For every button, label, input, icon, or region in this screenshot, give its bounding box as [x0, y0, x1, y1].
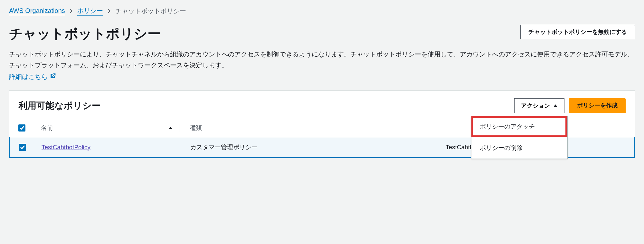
column-header-type[interactable]: 種類 [179, 124, 315, 132]
row-select-cell [19, 144, 42, 151]
dropdown-attach-policy[interactable]: ポリシーのアタッチ [471, 116, 567, 137]
learn-more-label: 詳細はこちら [9, 73, 48, 81]
chevron-right-icon [70, 7, 73, 15]
actions-dropdown-button[interactable]: アクション [514, 98, 564, 113]
actions-label: アクション [521, 102, 550, 110]
caret-up-icon [553, 104, 558, 107]
disable-policy-button[interactable]: チャットボットポリシーを無効にする [520, 25, 635, 39]
page-header: チャットボットポリシー チャットボットポリシーを無効にする [9, 25, 635, 43]
column-header-name[interactable]: 名前 [41, 124, 179, 132]
learn-more-link[interactable]: 詳細はこちら [9, 73, 56, 81]
dropdown-delete-policy[interactable]: ポリシーの削除 [471, 137, 567, 159]
policy-name-link[interactable]: TestCahtbotPolicy [42, 144, 90, 151]
row-type-cell: カスタマー管理ポリシー [180, 143, 315, 151]
column-name-label: 名前 [41, 124, 53, 132]
breadcrumb-policies-link[interactable]: ポリシー [77, 6, 103, 16]
breadcrumb-current: チャットボットポリシー [115, 7, 186, 15]
create-policy-button[interactable]: ポリシーを作成 [569, 98, 626, 113]
external-link-icon [50, 73, 56, 81]
breadcrumb: AWS Organizations ポリシー チャットボットポリシー [9, 6, 635, 16]
breadcrumb-root-link[interactable]: AWS Organizations [9, 7, 65, 15]
actions-dropdown-menu: ポリシーのアタッチ ポリシーの削除 [471, 116, 568, 159]
select-all-checkbox[interactable] [18, 124, 25, 132]
select-all-cell [18, 124, 41, 132]
row-extra-cell: TestCahtbotPolicy [315, 144, 625, 151]
panel-title: 利用可能なポリシー [18, 100, 101, 112]
column-type-label: 種類 [190, 124, 202, 132]
sort-ascending-icon [169, 127, 173, 129]
row-name-cell: TestCahtbotPolicy [42, 144, 180, 151]
policy-type-text: カスタマー管理ポリシー [190, 143, 258, 151]
panel-actions: アクション ポリシーを作成 ポリシーのアタッチ ポリシーの削除 [514, 98, 626, 113]
page-title: チャットボットポリシー [9, 25, 161, 43]
chevron-right-icon [108, 7, 111, 15]
page-description: チャットボットポリシーにより、チャットチャネルから組織のアカウントへのアクセスを… [9, 49, 635, 71]
panel-header: 利用可能なポリシー アクション ポリシーを作成 ポリシーのアタッチ ポリシーの削… [9, 91, 635, 119]
available-policies-panel: 利用可能なポリシー アクション ポリシーを作成 ポリシーのアタッチ ポリシーの削… [9, 90, 635, 158]
row-checkbox[interactable] [19, 144, 26, 151]
